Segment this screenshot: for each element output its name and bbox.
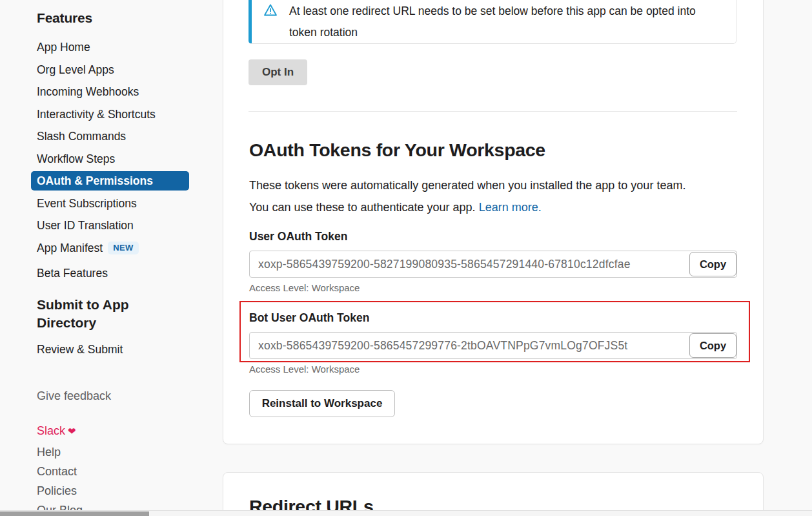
horizontal-scrollbar-track[interactable] (0, 510, 812, 516)
new-badge: NEW (108, 242, 139, 254)
sidebar-item-workflow-steps[interactable]: Workflow Steps (0, 148, 223, 170)
sidebar-item-event-subscriptions[interactable]: Event Subscriptions (0, 192, 223, 215)
sidebar-item-app-home[interactable]: App Home (0, 36, 223, 59)
horizontal-scrollbar-thumb[interactable] (0, 511, 149, 516)
reinstall-to-workspace-button[interactable]: Reinstall to Workspace (249, 390, 395, 417)
submit-to-app-directory-heading: Submit to App Directory (37, 296, 147, 332)
learn-more-link[interactable]: Learn more. (479, 201, 542, 214)
opt-in-button[interactable]: Opt In (249, 59, 307, 85)
section-divider (249, 111, 737, 112)
heart-icon: ❤ (68, 426, 76, 437)
oauth-section-description: These tokens were automatically generate… (249, 175, 759, 218)
sidebar-item-beta-features[interactable]: Beta Features (0, 262, 223, 285)
sidebar-item-slash-commands[interactable]: Slash Commands (0, 125, 223, 148)
sidebar-item-review-submit[interactable]: Review & Submit (37, 343, 123, 356)
sidebar-item-oauth-permissions[interactable]: OAuth & Permissions (31, 171, 189, 191)
contact-link[interactable]: Contact (37, 462, 83, 481)
user-oauth-token-input[interactable] (249, 251, 737, 278)
sidebar-nav: App Home Org Level Apps Incoming Webhook… (0, 36, 223, 285)
slack-link[interactable]: Slack❤ (37, 423, 83, 442)
slack-label: Slack (37, 424, 65, 437)
copy-user-token-button[interactable]: Copy (689, 252, 736, 276)
help-link[interactable]: Help (37, 442, 83, 462)
sidebar-item-interactivity-shortcuts[interactable]: Interactivity & Shortcuts (0, 103, 223, 126)
policies-link[interactable]: Policies (37, 481, 83, 501)
bot-user-oauth-token-input[interactable] (249, 332, 737, 359)
alert-message: At least one redirect URL needs to be se… (289, 1, 697, 43)
warning-triangle-icon (263, 3, 278, 18)
give-feedback-link[interactable]: Give feedback (37, 389, 111, 403)
sidebar-item-app-manifest[interactable]: App ManifestNEW (0, 237, 223, 260)
sidebar: Features App Home Org Level Apps Incomin… (0, 0, 223, 516)
sidebar-footer: Slack❤ Help Contact Policies Our Blog (37, 423, 83, 516)
sidebar-item-label: App Manifest (37, 242, 103, 254)
sidebar-item-incoming-webhooks[interactable]: Incoming Webhooks (0, 81, 223, 103)
bot-user-oauth-token-label: Bot User OAuth Token (249, 311, 369, 325)
features-heading: Features (37, 10, 92, 26)
bot-token-access-level: Access Level: Workspace (249, 364, 360, 375)
copy-bot-token-button[interactable]: Copy (689, 333, 736, 358)
user-token-access-level: Access Level: Workspace (249, 282, 360, 293)
user-oauth-token-label: User OAuth Token (249, 230, 347, 243)
description-line-1: These tokens were automatically generate… (249, 179, 685, 192)
description-line-2: You can use these to authenticate your a… (249, 201, 476, 214)
oauth-section-title: OAuth Tokens for Your Workspace (249, 139, 545, 161)
sidebar-item-user-id-translation[interactable]: User ID Translation (0, 214, 223, 237)
sidebar-item-org-level-apps[interactable]: Org Level Apps (0, 59, 223, 81)
